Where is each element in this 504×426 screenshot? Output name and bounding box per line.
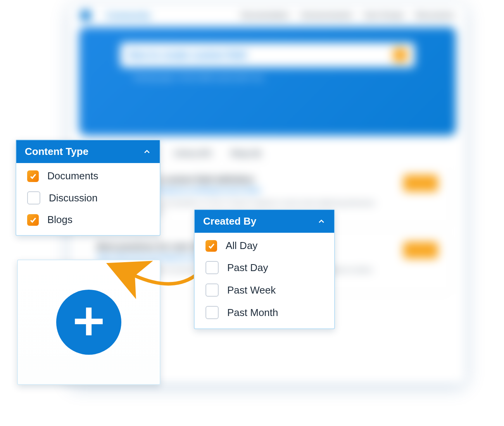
filter-option-label: Documents: [47, 170, 98, 182]
filter-header[interactable]: Created By: [195, 210, 334, 233]
filter-card-content-type: Content Type Documents Discussion Blogs: [16, 139, 161, 236]
filter-option-label: All Day: [226, 240, 257, 252]
nav-item[interactable]: Discussions: [416, 12, 454, 19]
add-filter-button[interactable]: [56, 290, 121, 355]
filter-option-discussion[interactable]: Discussion: [27, 191, 149, 204]
plus-icon: [72, 305, 105, 340]
search-bar[interactable]: How to create custom field: [120, 43, 415, 67]
result-action-button[interactable]: [403, 242, 438, 259]
tab[interactable]: Blogs (8): [231, 149, 261, 158]
search-icon[interactable]: [393, 48, 407, 62]
filter-option-all-day[interactable]: All Day: [205, 240, 323, 252]
filter-option-label: Past Day: [227, 262, 268, 274]
checkbox-icon: [205, 283, 219, 297]
nav-item[interactable]: Documentation: [241, 12, 289, 19]
search-query-text: How to create custom field: [128, 50, 246, 60]
search-results-summary: Showing page 1 of 50 of 986 results (0.0…: [133, 74, 263, 81]
result-action-button[interactable]: [403, 175, 438, 192]
filter-option-past-week[interactable]: Past Week: [205, 283, 323, 297]
checkbox-icon: [205, 240, 217, 252]
add-filter-card: [17, 259, 161, 385]
tab[interactable]: Library (97): [174, 149, 212, 158]
svg-rect-1: [75, 319, 103, 324]
checkbox-icon: [205, 261, 219, 274]
chevron-up-icon: [143, 148, 151, 156]
filter-option-label: Past Month: [227, 307, 278, 319]
brand-name: Community: [106, 11, 151, 20]
filter-option-past-month[interactable]: Past Month: [205, 306, 323, 319]
filter-option-label: Discussion: [49, 192, 98, 204]
brand-logo-icon: [81, 10, 91, 21]
hero-banner: How to create custom field Showing page …: [79, 27, 456, 136]
checkbox-icon: [27, 214, 39, 226]
checkbox-icon: [27, 170, 39, 182]
checkbox-icon: [27, 191, 40, 204]
filter-option-label: Blogs: [47, 214, 72, 226]
filter-option-label: Past Week: [227, 284, 276, 296]
filter-option-past-day[interactable]: Past Day: [205, 261, 323, 274]
chevron-up-icon: [317, 217, 326, 226]
nav-item[interactable]: Announcements: [301, 12, 352, 19]
filter-title: Content Type: [25, 146, 88, 158]
checkbox-icon: [205, 306, 219, 319]
nav-item[interactable]: User Groups: [364, 12, 404, 19]
filter-card-created-by: Created By All Day Past Day Past Week: [194, 209, 335, 329]
filter-option-blogs[interactable]: Blogs: [27, 214, 149, 226]
filter-header[interactable]: Content Type: [16, 140, 160, 163]
top-nav: Documentation Announcements User Groups …: [241, 12, 454, 19]
filter-title: Created By: [203, 215, 256, 227]
topbar: Community Documentation Announcements Us…: [70, 4, 465, 27]
filter-option-documents[interactable]: Documents: [27, 170, 149, 182]
